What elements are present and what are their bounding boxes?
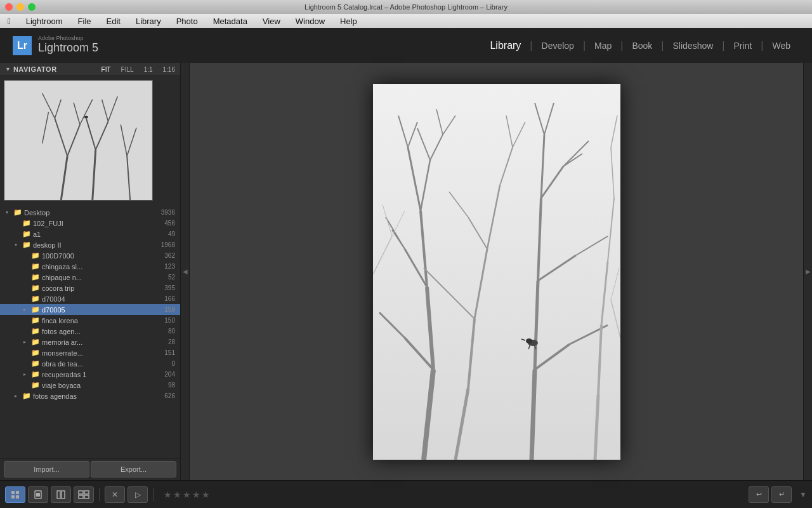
navigator-header[interactable]: ▼ Navigator FIT FILL 1:1 1:16 [0, 63, 180, 76]
folder-count: 1968 [161, 241, 175, 248]
toolbar-separator-2 [153, 488, 154, 501]
folder-item[interactable]: 📁fotos agen...80 [0, 326, 180, 337]
folder-item[interactable]: 📁d70004166 [0, 293, 180, 304]
flag-button[interactable]: ▷ [128, 486, 148, 503]
toolbar-nav-buttons: ↩ ↵ [749, 486, 792, 503]
reject-button[interactable]: ✕ [105, 486, 125, 503]
left-panel: ▼ Navigator FIT FILL 1:1 1:16 [0, 63, 181, 480]
zoom-fit[interactable]: FIT [102, 66, 111, 73]
zoom-fill[interactable]: FILL [121, 66, 134, 73]
nav-slideshow[interactable]: Slideshow [664, 41, 723, 51]
folder-item[interactable]: ▸📁recuperadas 1204 [0, 369, 180, 380]
titlebar: Lightroom 5 Catalog.lrcat – Adobe Photos… [0, 0, 812, 14]
tree-arrow: ▸ [11, 393, 20, 399]
grid-view-button[interactable] [5, 486, 25, 503]
loupe-view-button[interactable] [28, 486, 48, 503]
menu-help[interactable]: Help [337, 17, 360, 26]
star-1[interactable]: ★ [164, 490, 172, 500]
menu-view[interactable]: View [260, 17, 283, 26]
compare-view-button[interactable] [51, 486, 71, 503]
apple-menu[interactable]:  [5, 17, 13, 26]
menu-edit[interactable]: Edit [104, 17, 123, 26]
export-button[interactable]: Export... [91, 461, 176, 478]
menu-bar:  Lightroom File Edit Library Photo Meta… [0, 14, 812, 28]
nav-map[interactable]: Map [586, 41, 620, 51]
loupe-icon [34, 490, 43, 499]
folder-item[interactable]: 📁monserrate...151 [0, 347, 180, 358]
lr-badge: Lr [13, 36, 32, 55]
star-4[interactable]: ★ [192, 490, 200, 500]
folder-name: fotos agen... [42, 328, 168, 335]
folder-name: Desktop [24, 209, 161, 217]
svg-rect-81 [36, 493, 40, 497]
folder-item[interactable]: 📁obra de tea...0 [0, 358, 180, 369]
folder-item[interactable]: 📁100D7000362 [0, 250, 180, 261]
folder-item[interactable]: ▸📁fotos agendas626 [0, 391, 180, 401]
folder-count: 204 [164, 371, 175, 378]
folder-item[interactable]: ▾📁Desktop3936 [0, 207, 180, 218]
folder-item[interactable]: 📁a149 [0, 229, 180, 239]
folder-icon: 📁 [31, 359, 40, 368]
folder-icon: 📁 [22, 241, 31, 249]
menu-library[interactable]: Library [133, 17, 164, 26]
menu-window[interactable]: Window [293, 17, 327, 26]
maximize-button[interactable] [28, 3, 36, 11]
folder-item[interactable]: ▸📁memoria ar...28 [0, 337, 180, 347]
nav-book[interactable]: Book [623, 41, 661, 51]
folder-icon: 📁 [22, 230, 31, 238]
nav-library[interactable]: Library [481, 40, 530, 51]
close-button[interactable] [5, 3, 13, 11]
folder-item[interactable]: ▸📁d70005159 [0, 304, 180, 315]
folder-icon: 📁 [31, 327, 40, 335]
star-3[interactable]: ★ [183, 490, 191, 500]
nav-develop[interactable]: Develop [533, 41, 583, 51]
menu-metadata[interactable]: Metadata [211, 17, 250, 26]
star-5[interactable]: ★ [202, 490, 210, 500]
import-button[interactable]: Import... [4, 461, 89, 478]
folder-count: 98 [168, 382, 175, 389]
folder-icon: 📁 [22, 392, 31, 400]
folder-icon: 📁 [31, 262, 40, 271]
folder-icon: 📁 [31, 273, 40, 281]
folder-count: 28 [168, 338, 175, 345]
folder-item[interactable]: 📁viaje boyaca98 [0, 380, 180, 391]
folder-item[interactable]: 📁cocora trip395 [0, 283, 180, 293]
folder-item[interactable]: ▾📁deskop II1968 [0, 239, 180, 250]
star-2[interactable]: ★ [173, 490, 181, 500]
app-layout: Lr Adobe Photoshop Lightroom 5 Library |… [0, 28, 812, 508]
folder-name: chipaque n... [42, 274, 168, 281]
menu-lightroom[interactable]: Lightroom [23, 17, 65, 26]
folder-item[interactable]: 📁finca lorena150 [0, 315, 180, 326]
bottom-toolbar: ✕ ▷ ★ ★ ★ ★ ★ ↩ ↵ ▼ [0, 480, 812, 508]
zoom-1to1[interactable]: 1:1 [144, 66, 153, 73]
folder-item[interactable]: 📁102_FUJI456 [0, 218, 180, 229]
right-handle-arrow: ▶ [806, 268, 811, 275]
star-rating: ★ ★ ★ ★ ★ [164, 490, 210, 500]
svg-rect-87 [84, 495, 89, 498]
nav-print[interactable]: Print [725, 41, 761, 51]
svg-rect-76 [11, 491, 15, 494]
main-area [190, 63, 803, 480]
folder-item[interactable]: 📁chipaque n...52 [0, 272, 180, 283]
reject-icon: ✕ [112, 490, 118, 499]
right-panel-handle[interactable]: ▶ [803, 63, 812, 480]
nav-forward-icon: ↵ [779, 490, 785, 498]
zoom-custom[interactable]: 1:16 [163, 66, 175, 73]
folder-item[interactable]: 📁chingaza si...123 [0, 261, 180, 272]
menu-file[interactable]: File [75, 17, 94, 26]
nav-web[interactable]: Web [763, 41, 799, 51]
folder-name: 100D7000 [42, 252, 164, 260]
folder-name: memoria ar... [42, 338, 168, 346]
nav-forward-button[interactable]: ↵ [771, 486, 792, 503]
nav-back-button[interactable]: ↩ [749, 486, 769, 503]
minimize-button[interactable] [16, 3, 24, 11]
menu-photo[interactable]: Photo [174, 17, 200, 26]
left-panel-handle[interactable]: ◀ [181, 63, 190, 480]
folder-count: 362 [164, 252, 175, 259]
window-controls[interactable] [0, 3, 36, 11]
survey-view-button[interactable] [74, 486, 94, 503]
toolbar-options-arrow[interactable]: ▼ [799, 490, 807, 499]
folder-name: 102_FUJI [33, 220, 164, 227]
folder-icon: 📁 [31, 349, 40, 357]
tree-arrow: ▸ [20, 339, 29, 345]
